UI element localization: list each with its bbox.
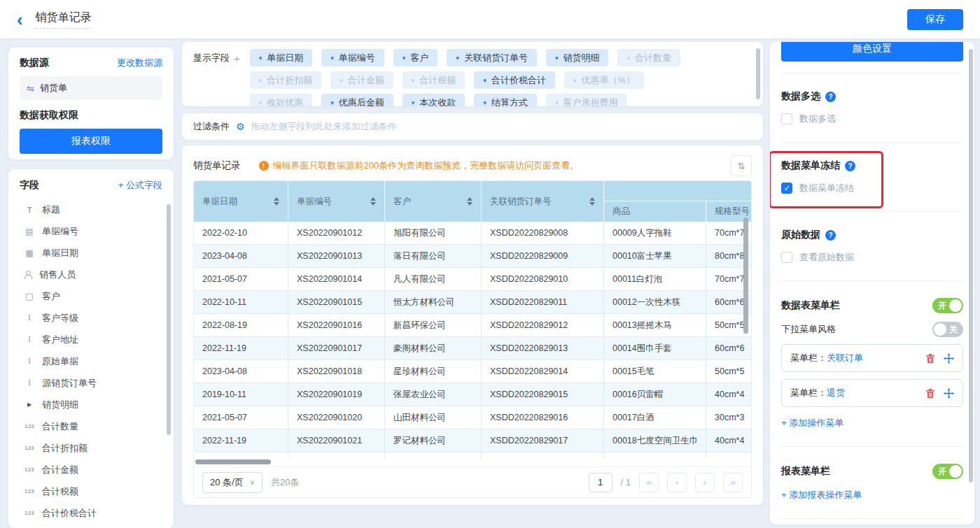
display-field-chip[interactable]: ▾客户 <box>393 49 438 66</box>
display-field-chip[interactable]: ▾合计税额 <box>402 71 465 89</box>
page-title[interactable]: 销货单记录 <box>36 10 92 29</box>
prev-page-button[interactable]: ‹ <box>667 473 687 492</box>
table-cell: 张屋农业公司 <box>385 383 482 406</box>
field-item[interactable]: 客户等级 <box>20 307 162 329</box>
move-icon[interactable] <box>944 388 954 399</box>
field-item[interactable]: 销售人员 <box>20 264 162 285</box>
display-field-chip[interactable]: ▾客户承担费用 <box>546 94 627 106</box>
gear-icon[interactable]: ⚙ <box>236 121 245 132</box>
display-field-chip[interactable]: ▾合计金额 <box>330 71 393 89</box>
display-field-chip[interactable]: ▾关联销货订单号 <box>447 49 537 66</box>
sort-icon[interactable] <box>370 197 376 206</box>
display-field-chip[interactable]: ▾优惠率（%） <box>564 71 644 89</box>
table-cell <box>194 452 288 458</box>
add-formula-field-link[interactable]: + 公式字段 <box>118 179 162 192</box>
field-item[interactable]: 销货明细 <box>20 394 162 415</box>
move-icon[interactable] <box>944 353 954 364</box>
field-item[interactable]: 单据编号 <box>20 220 162 242</box>
column-header-date[interactable]: 单据日期 <box>194 181 288 222</box>
page-number-input[interactable]: 1 <box>589 473 612 492</box>
raw-data-checkbox-label: 查看原始数据 <box>799 251 854 264</box>
report-menu-toggle[interactable]: 开 <box>932 464 963 479</box>
sort-icon[interactable] <box>589 197 595 206</box>
display-field-chip-row: ▾收款优惠▾优惠后金额▾本次收款▾结算方式▾客户承担费用 <box>250 94 680 106</box>
horizontal-scrollbar-thumb[interactable] <box>195 459 271 464</box>
multi-select-checkbox[interactable] <box>781 113 792 124</box>
fields-scrollbar-thumb[interactable] <box>167 204 171 435</box>
menu-freeze-checkbox[interactable]: ✓ <box>781 183 792 194</box>
sort-icon[interactable] <box>467 197 472 206</box>
dropdown-style-toggle[interactable]: 关 <box>932 322 963 337</box>
trash-icon[interactable] <box>925 388 935 399</box>
filter-dropzone-placeholder[interactable]: 拖动左侧字段到此处来添加过滤条件 <box>251 120 397 133</box>
display-field-chip[interactable]: ▾本次收款 <box>402 94 465 106</box>
menu-item-return[interactable]: 菜单栏： 退货 <box>781 379 963 407</box>
field-item[interactable]: 合计税额 <box>20 480 162 502</box>
display-field-chip[interactable]: ▾收款优惠 <box>250 94 313 106</box>
column-header-number[interactable]: 单据编号 <box>288 181 385 222</box>
color-settings-button[interactable]: 颜色设置 <box>781 42 963 62</box>
field-item[interactable]: 合计折扣额 <box>20 437 162 459</box>
datasource-item[interactable]: ⇋ 销货单 <box>20 76 162 100</box>
question-icon[interactable]: ? <box>825 92 836 102</box>
first-page-button[interactable]: « <box>639 473 659 492</box>
field-item[interactable]: 客户地址 <box>20 329 162 350</box>
chevron-down-icon: ▾ <box>402 55 406 62</box>
filter-label: 过滤条件 <box>193 120 230 133</box>
raw-data-checkbox[interactable] <box>781 252 792 263</box>
field-label: 客户 <box>42 290 60 303</box>
horizontal-scrollbar[interactable] <box>194 458 751 466</box>
text-icon <box>24 357 35 366</box>
field-item[interactable]: 合计金额 <box>20 459 162 480</box>
sort-toggle-button[interactable]: ⇅ <box>731 155 752 176</box>
display-field-chip[interactable]: ▾销货明细 <box>546 49 609 66</box>
field-item[interactable]: 单据日期 <box>20 242 162 264</box>
detail-group-header <box>604 181 751 201</box>
question-icon[interactable]: ? <box>825 230 836 241</box>
next-page-button[interactable]: › <box>695 473 715 492</box>
table-cell: 00018七度空间卫生巾 <box>604 429 706 452</box>
add-action-menu-link[interactable]: + 添加操作菜单 <box>781 417 844 429</box>
table-cell: 00016贝雷帽 <box>604 383 706 406</box>
add-display-field-button[interactable]: + <box>234 52 240 64</box>
display-field-chip[interactable]: ▾优惠后金额 <box>321 94 393 106</box>
field-item[interactable]: 标题 <box>20 199 162 220</box>
chips-scrollbar-thumb[interactable] <box>756 48 760 99</box>
field-item[interactable]: 客户 <box>20 285 162 307</box>
question-icon[interactable]: ? <box>845 161 855 171</box>
display-field-chip[interactable]: ▾结算方式 <box>474 94 537 106</box>
save-button[interactable]: 保存 <box>907 9 963 30</box>
column-header-product[interactable]: 商品 <box>604 201 706 222</box>
display-field-chip[interactable]: ▾单据编号 <box>321 49 384 66</box>
column-header-related-order[interactable]: 关联销货订单号 <box>482 181 604 222</box>
settings-scrollbar-thumb[interactable] <box>969 49 973 483</box>
table-cell: 2021-05-07 <box>194 406 288 429</box>
trash-icon[interactable] <box>925 353 935 364</box>
field-item[interactable]: 合计价税合计 <box>20 502 162 524</box>
menu-item-related-order[interactable]: 菜单栏： 关联订单 <box>781 344 963 372</box>
display-field-chip[interactable]: ▾合计折扣额 <box>250 71 322 89</box>
report-permission-button[interactable]: 报表权限 <box>20 129 162 154</box>
sort-icon[interactable] <box>274 197 279 206</box>
add-report-action-menu-link[interactable]: + 添加报表操作菜单 <box>781 489 862 501</box>
text-icon <box>24 313 35 322</box>
column-header-customer[interactable]: 客户 <box>385 181 482 222</box>
table-cell: XSDD20220829016 <box>482 406 604 429</box>
last-page-button[interactable]: » <box>723 473 743 492</box>
datasource-title: 数据源 <box>20 57 49 69</box>
field-item[interactable]: 合计数量 <box>20 415 162 437</box>
back-button[interactable]: ‹ <box>17 10 23 29</box>
fields-panel: 字段 + 公式字段 标题单据编号单据日期销售人员客户客户等级客户地址原始单据源销… <box>8 169 174 528</box>
field-item[interactable]: 源销货订单号 <box>20 372 162 394</box>
page-size-select[interactable]: 20 条/页 ∨ <box>202 472 262 493</box>
filter-panel: 过滤条件 ⚙ 拖动左侧字段到此处来添加过滤条件 <box>182 113 763 140</box>
table-cell: XS20220901012 <box>288 222 385 245</box>
display-field-chip[interactable]: ▾合计价税合计 <box>474 71 555 89</box>
field-label: 源销货订单号 <box>42 377 97 390</box>
display-field-chip[interactable]: ▾合计数量 <box>617 49 680 66</box>
table-menu-toggle[interactable]: 开 <box>932 298 963 313</box>
table-scrollbar-thumb[interactable] <box>743 217 748 334</box>
display-field-chip[interactable]: ▾单据日期 <box>250 49 313 66</box>
change-datasource-link[interactable]: 更改数据源 <box>117 57 162 69</box>
field-item[interactable]: 原始单据 <box>20 350 162 372</box>
